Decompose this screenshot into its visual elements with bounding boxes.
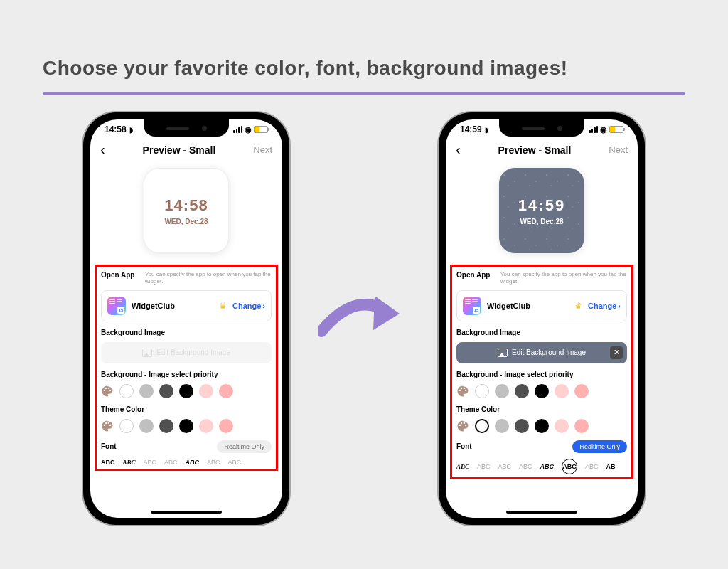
font-option[interactable]: ABC bbox=[228, 459, 242, 466]
open-app-label: Open App bbox=[101, 271, 139, 279]
font-option[interactable]: ABC bbox=[207, 459, 220, 466]
nav-title: Preview - Small bbox=[143, 144, 216, 156]
swatch-darkgray[interactable] bbox=[515, 419, 529, 433]
app-name: WidgetClub bbox=[132, 302, 213, 310]
font-option[interactable]: ABC bbox=[456, 463, 469, 470]
swatch-lightgray[interactable] bbox=[139, 419, 154, 433]
swatch-pink[interactable] bbox=[219, 384, 233, 398]
status-icons: ◉ bbox=[589, 125, 623, 134]
next-button[interactable]: Next bbox=[253, 144, 272, 155]
palette-icon[interactable] bbox=[456, 385, 469, 398]
font-samples: ABC ABC ABC ABC ABC ABC ABC bbox=[101, 459, 272, 466]
status-icons: ◉ bbox=[233, 125, 268, 134]
open-app-label: Open App bbox=[456, 271, 495, 279]
swatch-white[interactable] bbox=[119, 384, 134, 398]
back-button[interactable]: ‹ bbox=[100, 142, 105, 158]
app-icon bbox=[463, 297, 481, 315]
app-icon bbox=[107, 297, 126, 315]
font-option[interactable]: ABC bbox=[519, 463, 532, 470]
widget-time: 14:59 bbox=[518, 196, 565, 215]
battery-icon bbox=[254, 126, 268, 133]
realtime-pill[interactable]: Realtime Only bbox=[572, 440, 627, 453]
palette-icon[interactable] bbox=[101, 385, 114, 398]
bg-priority-title: Background - Image select priority bbox=[101, 371, 272, 378]
status-time: 14:59◗ bbox=[460, 124, 488, 134]
font-option[interactable]: ABC bbox=[101, 459, 115, 466]
phone-notch bbox=[144, 119, 229, 137]
realtime-pill[interactable]: Realtime Only bbox=[217, 440, 272, 453]
font-option-selected[interactable]: ABC bbox=[562, 459, 577, 474]
swatch-darkgray[interactable] bbox=[515, 384, 529, 398]
edit-bg-button[interactable]: Edit Background Image ✕ bbox=[456, 342, 627, 363]
swatch-white[interactable] bbox=[119, 419, 134, 433]
home-indicator[interactable] bbox=[151, 511, 222, 514]
widget-date: WED, Dec.28 bbox=[164, 218, 208, 225]
font-option[interactable]: ABC bbox=[540, 463, 555, 470]
font-title: Font bbox=[101, 442, 139, 450]
arrow-icon bbox=[318, 282, 410, 356]
font-option[interactable]: ABC bbox=[477, 463, 491, 470]
back-button[interactable]: ‹ bbox=[456, 142, 461, 158]
crown-icon: ♛ bbox=[219, 301, 227, 311]
font-samples: ABC ABC ABC ABC ABC ABC ABC AB bbox=[456, 459, 627, 474]
swatch-lightgray[interactable] bbox=[139, 384, 154, 398]
swatch-black[interactable] bbox=[179, 419, 193, 433]
font-option[interactable]: AB bbox=[606, 463, 616, 470]
moon-icon: ◗ bbox=[485, 126, 488, 134]
swatch-black[interactable] bbox=[535, 384, 549, 398]
font-option[interactable]: ABC bbox=[186, 459, 200, 466]
open-app-desc: You can specify the app to open when you… bbox=[500, 271, 627, 286]
swatch-darkgray[interactable] bbox=[159, 419, 173, 433]
bg-swatch-row bbox=[456, 384, 627, 398]
swatch-white[interactable] bbox=[475, 384, 489, 398]
app-selector-row[interactable]: WidgetClub ♛ Change› bbox=[101, 290, 272, 321]
palette-icon[interactable] bbox=[101, 420, 114, 432]
wifi-icon: ◉ bbox=[600, 125, 607, 134]
font-option[interactable]: ABC bbox=[164, 459, 178, 466]
swatch-pink[interactable] bbox=[219, 419, 233, 433]
widget-preview-card: 14:58 WED, Dec.28 bbox=[144, 168, 229, 253]
font-option[interactable]: ABC bbox=[585, 463, 599, 470]
theme-swatch-row bbox=[101, 419, 272, 433]
swatch-lightpink[interactable] bbox=[555, 384, 569, 398]
edit-bg-button[interactable]: Edit Background Image bbox=[101, 342, 272, 363]
font-option[interactable]: ABC bbox=[144, 459, 157, 466]
change-button[interactable]: Change› bbox=[588, 302, 621, 310]
next-button[interactable]: Next bbox=[609, 144, 628, 155]
app-name: WidgetClub bbox=[487, 302, 569, 310]
image-icon bbox=[498, 349, 508, 357]
swatch-black[interactable] bbox=[535, 419, 549, 433]
highlight-box: Open App You can specify the app to open… bbox=[450, 265, 633, 479]
swatch-lightpink[interactable] bbox=[199, 384, 213, 398]
bg-image-title: Background Image bbox=[456, 329, 627, 336]
app-selector-row[interactable]: WidgetClub ♛ Change› bbox=[456, 290, 627, 321]
swatch-lightgray[interactable] bbox=[495, 384, 509, 398]
swatch-lightgray[interactable] bbox=[495, 419, 509, 433]
theme-color-title: Theme Color bbox=[101, 405, 272, 413]
heading-underline bbox=[43, 92, 685, 95]
font-option[interactable]: ABC bbox=[123, 459, 136, 466]
swatch-black[interactable] bbox=[179, 384, 193, 398]
home-indicator[interactable] bbox=[506, 511, 577, 514]
swatch-white[interactable] bbox=[475, 419, 489, 433]
close-icon[interactable]: ✕ bbox=[610, 346, 623, 359]
swatch-pink[interactable] bbox=[574, 419, 589, 433]
swatch-pink[interactable] bbox=[574, 384, 589, 398]
signal-icon bbox=[589, 126, 598, 133]
open-app-desc: You can specify the app to open when you… bbox=[145, 271, 272, 286]
phone-right: 14:59◗ ◉ ‹ Preview - Small Next 14:59 bbox=[439, 112, 645, 525]
widget-time: 14:58 bbox=[164, 196, 208, 215]
moon-icon: ◗ bbox=[129, 126, 133, 134]
swatch-darkgray[interactable] bbox=[159, 384, 173, 398]
wifi-icon: ◉ bbox=[245, 125, 252, 134]
nav-title: Preview - Small bbox=[498, 144, 572, 156]
swatch-lightpink[interactable] bbox=[199, 419, 213, 433]
font-option[interactable]: ABC bbox=[498, 463, 512, 470]
palette-icon[interactable] bbox=[456, 420, 469, 432]
highlight-box: Open App You can specify the app to open… bbox=[95, 265, 278, 471]
widget-preview-card: 14:59 WED, Dec.28 bbox=[499, 168, 584, 253]
signal-icon bbox=[233, 126, 242, 133]
theme-swatch-row bbox=[456, 419, 627, 433]
swatch-lightpink[interactable] bbox=[555, 419, 569, 433]
change-button[interactable]: Change› bbox=[232, 302, 265, 310]
